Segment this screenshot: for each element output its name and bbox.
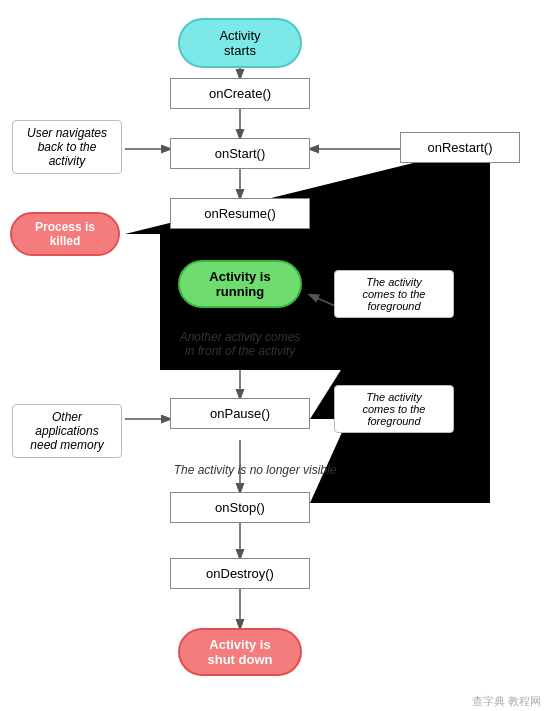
onpause-node: onPause() — [170, 398, 310, 429]
watermark: 查字典 教程网 — [472, 694, 541, 709]
onresume-node: onResume() — [170, 198, 310, 229]
activity-running-node: Activity is running — [178, 260, 302, 308]
process-killed-node: Process is killed — [10, 212, 120, 256]
ondestroy-node: onDestroy() — [170, 558, 310, 589]
oncreate-node: onCreate() — [170, 78, 310, 109]
comes-foreground-2-label: The activity comes to the foreground — [334, 385, 454, 433]
activity-shutdown-node: Activity is shut down — [178, 628, 302, 676]
onrestart-node: onRestart() — [400, 132, 520, 163]
comes-foreground-1-label: The activity comes to the foreground — [334, 270, 454, 318]
onstart-node: onStart() — [170, 138, 310, 169]
not-visible-label: The activity is no longer visible — [140, 463, 370, 477]
another-activity-label: Another activity comes in front of the a… — [150, 330, 330, 358]
user-navigates-label: User navigates back to the activity — [12, 120, 122, 174]
diagram-container: Activity starts onCreate() onStart() onR… — [0, 0, 545, 711]
activity-starts-node: Activity starts — [178, 18, 302, 68]
onstop-node: onStop() — [170, 492, 310, 523]
other-apps-label: Other applications need memory — [12, 404, 122, 458]
